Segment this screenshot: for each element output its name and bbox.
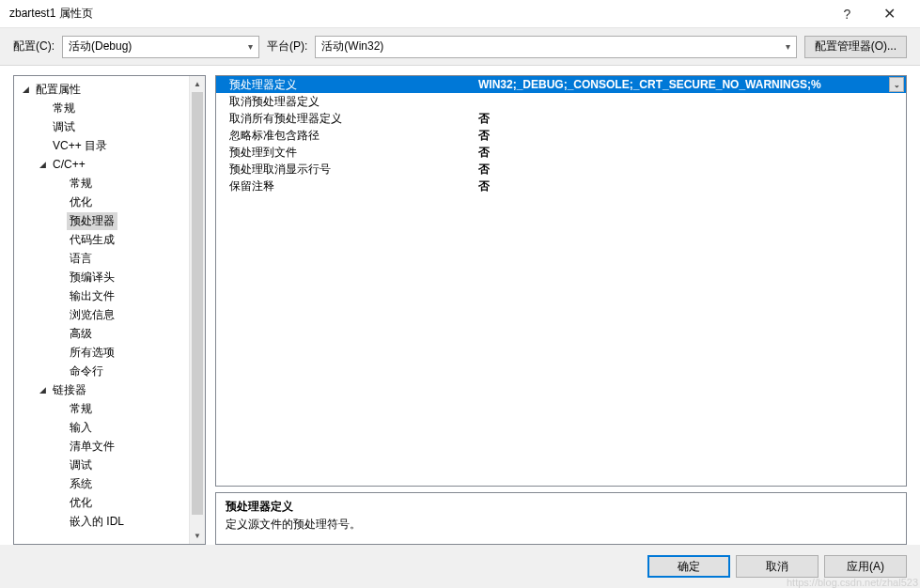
scroll-up-icon[interactable]: ▲	[190, 76, 205, 92]
cancel-button[interactable]: 取消	[736, 555, 819, 578]
grid-value-text: 否	[478, 162, 490, 178]
tree-node-label: 优化	[67, 494, 95, 512]
tree-node-label: 常规	[67, 175, 95, 193]
tree-node[interactable]: 命令行	[14, 362, 205, 380]
tree-node[interactable]: 调试	[14, 117, 205, 136]
tree-node-label: 代码生成	[67, 231, 117, 249]
tree-node[interactable]: ◢链接器	[14, 380, 205, 399]
grid-value-text: 否	[478, 111, 490, 127]
grid-row[interactable]: 取消所有预处理器定义否	[216, 110, 906, 127]
tree-node-label: 常规	[50, 100, 78, 117]
grid-cell-value[interactable]: 否	[475, 162, 906, 178]
help-button[interactable]: ?	[826, 7, 868, 22]
cancel-label: 取消	[766, 559, 788, 575]
config-combo-value: 活动(Debug)	[69, 39, 132, 54]
tree-node[interactable]: 嵌入的 IDL	[14, 512, 205, 531]
tree-node-label: C/C++	[50, 157, 88, 172]
tree-node[interactable]: 预编译头	[14, 268, 205, 286]
tree-node[interactable]: 代码生成	[14, 230, 205, 249]
tree-node-label: 调试	[67, 456, 95, 474]
tree-node-label: 预编译头	[67, 269, 117, 286]
grid-value-text: WIN32;_DEBUG;_CONSOLE;_CRT_SECURE_NO_WAR…	[478, 78, 821, 91]
tree-node-label: 系统	[67, 475, 95, 493]
tree-node-label: 嵌入的 IDL	[67, 513, 127, 531]
ok-button[interactable]: 确定	[647, 555, 730, 578]
tree-node[interactable]: 输入	[14, 418, 205, 437]
tree-node[interactable]: ◢配置属性	[14, 80, 205, 99]
grid-cell-value[interactable]: 否	[475, 111, 906, 127]
grid-row[interactable]: 保留注释否	[216, 178, 906, 194]
tree-expander-icon[interactable]: ◢	[37, 160, 48, 169]
tree-node[interactable]: 常规	[14, 99, 205, 117]
close-button[interactable]: ✕	[868, 5, 911, 23]
property-grid[interactable]: 预处理器定义WIN32;_DEBUG;_CONSOLE;_CRT_SECURE_…	[216, 76, 906, 194]
tree-node[interactable]: 系统	[14, 474, 205, 493]
description-header: 预处理器定义	[226, 499, 897, 515]
tree-node[interactable]: 浏览信息	[14, 305, 205, 324]
tree-scrollbar[interactable]: ▲ ▼	[189, 76, 205, 544]
grid-cell-value[interactable]: 否	[475, 145, 906, 161]
ok-label: 确定	[678, 559, 700, 575]
tree-node-label: VC++ 目录	[50, 137, 110, 155]
grid-row[interactable]: 预处理器定义WIN32;_DEBUG;_CONSOLE;_CRT_SECURE_…	[216, 76, 906, 93]
right-pane: 预处理器定义WIN32;_DEBUG;_CONSOLE;_CRT_SECURE_…	[215, 75, 907, 545]
grid-cell-value[interactable]: WIN32;_DEBUG;_CONSOLE;_CRT_SECURE_NO_WAR…	[475, 77, 906, 92]
grid-cell-name: 保留注释	[216, 178, 475, 194]
chevron-down-icon: ▾	[786, 41, 790, 52]
tree-node[interactable]: 清单文件	[14, 437, 205, 456]
scroll-thumb[interactable]	[192, 92, 203, 515]
platform-combo-value: 活动(Win32)	[321, 39, 383, 54]
watermark: https://blog.csdn.net/zhal523	[787, 577, 918, 588]
platform-combo[interactable]: 活动(Win32) ▾	[315, 36, 796, 58]
tree-node-label: 配置属性	[33, 81, 84, 99]
tree-node-label: 预处理器	[67, 212, 117, 230]
tree-node[interactable]: 所有选项	[14, 343, 205, 362]
tree-node[interactable]: 预处理器	[14, 211, 205, 230]
tree-node-label: 高级	[67, 325, 95, 343]
config-manager-label: 配置管理器(O)...	[815, 39, 897, 54]
tree-node[interactable]: VC++ 目录	[14, 136, 205, 155]
tree-node[interactable]: 优化	[14, 493, 205, 512]
platform-label: 平台(P):	[267, 39, 307, 54]
grid-cell-value[interactable]: 否	[475, 128, 906, 144]
apply-button[interactable]: 应用(A)	[824, 555, 907, 578]
grid-row[interactable]: 预处理取消显示行号否	[216, 161, 906, 178]
chevron-down-icon: ▾	[248, 41, 253, 52]
scroll-down-icon[interactable]: ▼	[190, 528, 205, 544]
grid-cell-name: 预处理到文件	[216, 145, 475, 161]
grid-value-text: 否	[478, 178, 490, 194]
config-label: 配置(C):	[13, 39, 55, 54]
grid-row[interactable]: 预处理到文件否	[216, 144, 906, 161]
tree-node[interactable]: 常规	[14, 174, 205, 193]
tree-node[interactable]: 输出文件	[14, 286, 205, 305]
tree-expander-icon[interactable]: ◢	[20, 85, 31, 94]
tree-node[interactable]: 高级	[14, 324, 205, 343]
tree-node-label: 浏览信息	[67, 306, 117, 324]
property-tree[interactable]: ◢配置属性常规调试VC++ 目录◢C/C++常规优化预处理器代码生成语言预编译头…	[14, 76, 205, 544]
config-combo[interactable]: 活动(Debug) ▾	[62, 36, 259, 58]
footer: 确定 取消 应用(A) https://blog.csdn.net/zhal52…	[0, 545, 920, 588]
tree-node-label: 输入	[67, 419, 95, 437]
grid-cell-value[interactable]: 否	[475, 178, 906, 194]
tree-node-label: 优化	[67, 193, 95, 211]
grid-row[interactable]: 忽略标准包含路径否	[216, 127, 906, 144]
tree-expander-icon[interactable]: ◢	[37, 385, 48, 395]
grid-cell-name: 取消所有预处理器定义	[216, 111, 475, 127]
grid-cell-name: 取消预处理器定义	[216, 94, 475, 110]
tree-node[interactable]: ◢C/C++	[14, 155, 205, 174]
tree-node-label: 清单文件	[67, 438, 117, 456]
tree-node[interactable]: 语言	[14, 249, 205, 268]
grid-row[interactable]: 取消预处理器定义	[216, 93, 906, 110]
grid-cell-name: 预处理器定义	[216, 77, 475, 93]
description-body: 定义源文件的预处理符号。	[226, 517, 897, 533]
tree-node-label: 语言	[67, 250, 95, 268]
main-area: ◢配置属性常规调试VC++ 目录◢C/C++常规优化预处理器代码生成语言预编译头…	[0, 66, 920, 545]
tree-node-label: 输出文件	[67, 287, 117, 305]
chevron-down-icon[interactable]: ⌄	[889, 77, 904, 92]
tree-node[interactable]: 调试	[14, 456, 205, 474]
tree-node[interactable]: 常规	[14, 399, 205, 418]
config-manager-button[interactable]: 配置管理器(O)...	[804, 36, 907, 58]
tree-node-label: 调试	[50, 118, 78, 136]
tree-node[interactable]: 优化	[14, 193, 205, 211]
tree-node-label: 命令行	[67, 363, 106, 380]
